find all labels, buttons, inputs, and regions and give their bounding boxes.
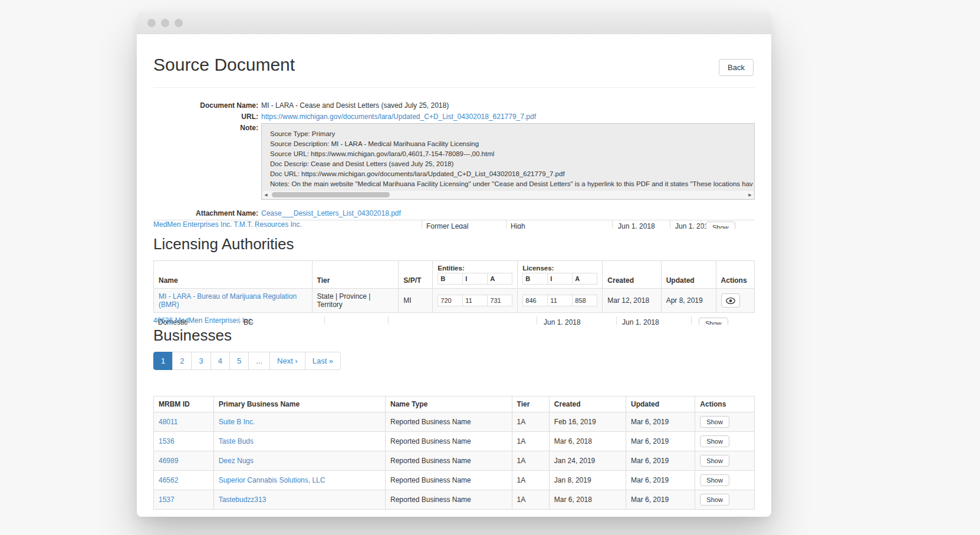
business-name-link[interactable]: Suite B Inc. <box>219 418 255 426</box>
created-cell: Jun 1, 2018 <box>544 318 581 325</box>
business-link[interactable]: T.M.T. Resources Inc. <box>234 220 302 229</box>
window-titlebar <box>137 12 771 34</box>
business-name-link[interactable]: Superior Cannabis Solutions, LLC <box>219 476 325 484</box>
business-row: 46562 Superior Cannabis Solutions, LLC R… <box>154 471 755 490</box>
column-divider <box>537 316 537 325</box>
entities-a-value: 731 <box>488 295 512 306</box>
field-url: URL: https://www.michigan.gov/documents/… <box>153 112 755 121</box>
business-row: 1536 Taste Buds Reported Business Name 1… <box>154 432 755 451</box>
mrbm-id-link[interactable]: 46562 <box>159 476 178 484</box>
url-label: URL: <box>153 112 258 121</box>
page-4-button[interactable]: 4 <box>211 352 230 370</box>
licenses-a-value: 858 <box>573 295 597 306</box>
business-name-link[interactable]: Tastebudzz313 <box>219 496 267 504</box>
updated-cell: Mar 6, 2019 <box>626 451 695 471</box>
business-row: 46989 Deez Nugs Reported Business Name 1… <box>154 451 755 471</box>
business-name-link[interactable]: Taste Buds <box>219 437 254 445</box>
business-name-link[interactable]: Deez Nugs <box>219 457 254 465</box>
entities-b-value: 720 <box>438 295 463 306</box>
licenses-group-label: Licenses: <box>522 265 597 272</box>
scroll-right-arrow-icon[interactable]: ▶ <box>746 191 754 199</box>
mrbm-id-link[interactable]: 1537 <box>159 496 175 504</box>
tier-cell: 1A <box>512 451 549 471</box>
mrbm-id-link[interactable]: 46989 <box>159 457 178 465</box>
name-type-cell: Reported Business Name <box>386 412 512 432</box>
col-mrbm-id: MRBM ID <box>154 397 214 412</box>
subcol-b: B <box>523 273 548 284</box>
show-button[interactable]: Show <box>699 318 728 325</box>
document-url-link[interactable]: https://www.michigan.gov/documents/lara/… <box>261 112 536 121</box>
clipped-table-row: MedMen Enterprises Inc. T.M.T. Resources… <box>153 220 755 229</box>
licenses-cell: 846 11 858 <box>518 289 603 313</box>
next-page-button[interactable]: Next › <box>269 352 305 370</box>
show-button[interactable]: Show <box>700 474 729 486</box>
note-line: Doc URL: https://www.michigan.gov/docume… <box>270 169 747 179</box>
view-button[interactable] <box>721 293 740 308</box>
col-spt: S/P/T <box>399 261 433 289</box>
subcol-i: I <box>548 273 573 284</box>
col-primary-business-name: Primary Business Name <box>213 397 385 412</box>
attachment-label: Attachment Name: <box>153 209 258 218</box>
scrollbar-track[interactable] <box>269 192 746 197</box>
show-button[interactable]: Show <box>706 222 735 229</box>
col-name: Name <box>154 261 313 289</box>
page-1-button[interactable]: 1 <box>153 352 173 370</box>
businesses-header-row: MRBM ID Primary Business Name Name Type … <box>154 397 755 412</box>
back-button[interactable]: Back <box>719 59 754 76</box>
created-cell: Feb 16, 2019 <box>549 412 626 432</box>
entities-group-label: Entities: <box>438 265 512 272</box>
business-link[interactable]: MedMen Enterprises Inc. <box>153 220 232 229</box>
attachment-link[interactable]: Cease___Desist_Letters_List_04302018.pdf <box>261 209 401 218</box>
note-line: Source URL: https://www.michigan.gov/lar… <box>270 149 747 159</box>
note-line: Notes: On the main website "Medical Mari… <box>270 179 747 189</box>
created-cell: Jun 1, 2018 <box>618 222 655 229</box>
page-content: Source Document Back Document Name: MI -… <box>137 34 771 510</box>
licenses-b-value: 846 <box>523 295 548 306</box>
tier-cell: 1A <box>512 490 549 510</box>
name-type-cell: Reported Business Name <box>386 471 512 490</box>
licenses-subheader: B I A <box>522 273 597 285</box>
last-page-button[interactable]: Last » <box>305 352 341 370</box>
subcol-b: B <box>438 273 463 284</box>
pagination: 1 2 3 4 5 ... Next › Last » <box>153 352 341 370</box>
pagination-ellipsis: ... <box>248 352 270 370</box>
column-divider <box>506 220 507 229</box>
tier-cell: 1A <box>512 412 549 432</box>
authority-link[interactable]: MI - LARA - Bureau of Marijuana Regulati… <box>159 292 297 309</box>
subcol-i: I <box>463 273 488 284</box>
updated-cell: Mar 6, 2019 <box>626 471 695 490</box>
show-button[interactable]: Show <box>700 494 729 506</box>
page-2-button[interactable]: 2 <box>172 352 192 370</box>
col-created: Created <box>603 261 661 289</box>
show-button[interactable]: Show <box>700 435 729 447</box>
mrbm-id-link[interactable]: 48011 <box>159 418 177 426</box>
note-horizontal-scrollbar[interactable]: ◀ ▶ <box>262 191 754 199</box>
show-button[interactable]: Show <box>700 455 729 467</box>
created-cell: Jan 8, 2019 <box>549 471 626 490</box>
updated-cell: Apr 8, 2019 <box>661 289 716 313</box>
licensing-authorities-heading: Licensing Authorities <box>153 235 755 253</box>
note-line: Doc Descrip: Cease and Desist Letters (s… <box>270 159 747 169</box>
note-textarea[interactable]: Source Type: Primary Source Description:… <box>261 123 755 200</box>
column-divider <box>670 220 670 229</box>
scroll-left-arrow-icon[interactable]: ◀ <box>262 191 269 199</box>
col-name-type: Name Type <box>386 397 512 412</box>
col-updated: Updated <box>626 397 695 412</box>
created-cell: Mar 12, 2018 <box>603 289 661 313</box>
page-title: Source Document <box>153 54 755 75</box>
name-type-cell: Reported Business Name <box>386 490 512 510</box>
col-updated: Updated <box>661 261 716 289</box>
licensing-header-row: Name Tier S/P/T Entities: B I A Licenses… <box>154 261 755 289</box>
column-divider <box>239 316 239 325</box>
col-created: Created <box>549 397 626 412</box>
col-actions: Actions <box>695 397 755 412</box>
page-5-button[interactable]: 5 <box>229 352 249 370</box>
show-button[interactable]: Show <box>700 416 729 428</box>
name-type-cell: Former Legal <box>426 222 468 229</box>
document-name-value: MI - LARA - Cease and Desist Letters (sa… <box>261 101 449 110</box>
scrollbar-thumb[interactable] <box>272 192 390 197</box>
updated-cell: Mar 6, 2019 <box>626 412 695 432</box>
confidence-cell: High <box>511 222 525 229</box>
mrbm-id-link[interactable]: 1536 <box>159 437 175 445</box>
page-3-button[interactable]: 3 <box>191 352 211 370</box>
